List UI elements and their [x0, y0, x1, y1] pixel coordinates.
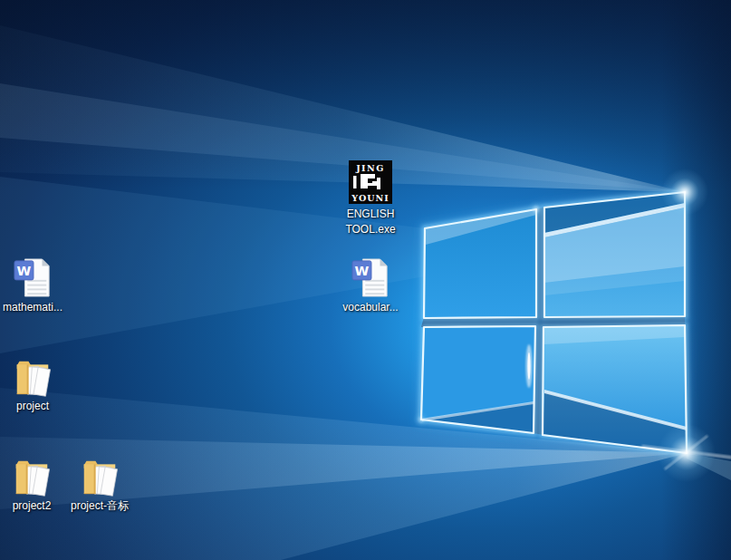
icon-label: project [16, 400, 49, 413]
icon-label: vocabular... [342, 301, 398, 314]
word-document-icon: W [14, 257, 52, 298]
icon-label: mathemati... [3, 301, 63, 314]
svg-text:W: W [17, 264, 32, 278]
svg-text:YOUNI: YOUNI [351, 193, 389, 203]
icon-label: project2 [13, 499, 52, 513]
desktop-icon-project2-folder[interactable]: project2 [0, 457, 68, 513]
word-document-icon: W [351, 257, 390, 298]
folder-icon [14, 457, 50, 497]
desktop-icon-vocabulary-document[interactable]: W vocabular... [334, 257, 407, 314]
icon-label: ENGLISH TOOL.exe [341, 207, 399, 237]
desktop-icon-english-tool-exe[interactable]: JING YOUNI ENGLISH TOOL.exe [334, 160, 407, 237]
icon-label: project-音标 [71, 499, 129, 513]
desktop-icon-mathematics-document[interactable]: W mathemati... [0, 257, 69, 314]
desktop[interactable]: JING YOUNI ENGLISH TOOL.exe [0, 0, 731, 560]
desktop-icon-project-yinbiao-folder[interactable]: project-音标 [63, 457, 136, 513]
desktop-icon-project-folder[interactable]: project [0, 357, 69, 413]
folder-icon [14, 357, 51, 397]
folder-icon [82, 457, 118, 497]
english-tool-app-icon: JING YOUNI [349, 160, 392, 204]
svg-text:JING: JING [355, 163, 385, 173]
svg-text:W: W [355, 264, 370, 278]
